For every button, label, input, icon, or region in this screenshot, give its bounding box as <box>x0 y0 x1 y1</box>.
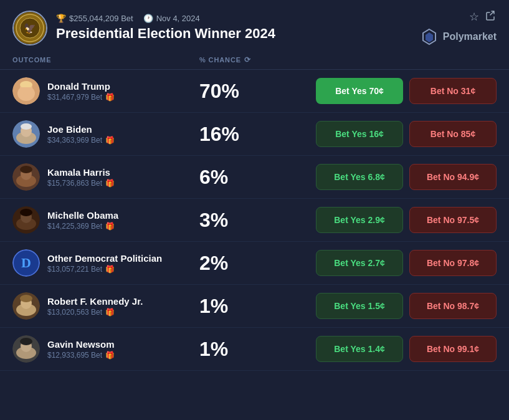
svg-point-21 <box>20 209 32 216</box>
table-row: Robert F. Kennedy Jr. $13,020,563 Bet 🎁 … <box>0 285 509 328</box>
bet-actions-biden: Bet Yes 16¢ Bet No 85¢ <box>274 121 497 147</box>
header-meta: 🏆 $255,044,209 Bet 🕐 Nov 4, 2024 <box>56 14 412 23</box>
bet-actions-kennedy: Bet Yes 1.5¢ Bet No 98.7¢ <box>274 293 497 319</box>
outcome-text-newsom: Gavin Newsom $12,933,695 Bet 🎁 <box>47 339 115 360</box>
action-icons-group: ☆ <box>469 10 497 24</box>
candidate-bet-other_dem: $13,057,221 Bet 🎁 <box>47 265 162 274</box>
market-date: Nov 4, 2024 <box>156 14 200 23</box>
table-row: Michelle Obama $14,225,369 Bet 🎁 3% Bet … <box>0 199 509 242</box>
avatar-trump <box>12 77 40 105</box>
outcome-info-newsom: Gavin Newsom $12,933,695 Bet 🎁 <box>12 335 199 363</box>
trophy-meta: 🏆 $255,044,209 Bet <box>56 14 133 23</box>
gift-icon-trump: 🎁 <box>105 93 115 102</box>
avatar-other_dem: D <box>12 249 40 277</box>
chance-column-header: % CHANCE ⟳ <box>199 55 274 64</box>
outcomes-list: Donald Trump $31,467,979 Bet 🎁 70% Bet Y… <box>0 70 509 371</box>
bet-no-button-trump[interactable]: Bet No 31¢ <box>409 78 497 104</box>
page-header: 🦅 🏆 $255,044,209 Bet 🕐 Nov 4, 2024 Presi… <box>0 0 509 50</box>
share-icon[interactable] <box>485 10 497 24</box>
bet-actions-trump: Bet Yes 70¢ Bet No 31¢ <box>274 78 497 104</box>
gift-icon-other_dem: 🎁 <box>105 265 115 274</box>
outcome-text-trump: Donald Trump $31,467,979 Bet 🎁 <box>47 81 115 102</box>
candidate-bet-newsom: $12,933,695 Bet 🎁 <box>47 351 115 360</box>
outcome-info-trump: Donald Trump $31,467,979 Bet 🎁 <box>12 77 199 105</box>
chance-harris: 6% <box>199 166 274 189</box>
bet-total: $255,044,209 Bet <box>69 14 133 23</box>
bet-yes-button-trump[interactable]: Bet Yes 70¢ <box>316 78 403 104</box>
bet-actions-harris: Bet Yes 6.8¢ Bet No 94.9¢ <box>274 164 497 190</box>
outcome-info-harris: Kamala Harris $15,736,863 Bet 🎁 <box>12 163 199 191</box>
table-row: D Other Democrat Politician $13,057,221 … <box>0 242 509 285</box>
avatar-kennedy <box>12 292 40 320</box>
bet-actions-newsom: Bet Yes 1.4¢ Bet No 99.1¢ <box>274 336 497 362</box>
gift-icon-newsom: 🎁 <box>105 351 115 360</box>
svg-point-29 <box>20 338 32 345</box>
outcome-text-harris: Kamala Harris $15,736,863 Bet 🎁 <box>47 167 115 188</box>
svg-point-13 <box>21 123 32 130</box>
market-logo: 🦅 <box>12 11 47 45</box>
gift-icon-obama: 🎁 <box>105 222 115 231</box>
avatar-newsom <box>12 335 40 363</box>
avatar-biden <box>12 120 40 148</box>
outcome-info-obama: Michelle Obama $14,225,369 Bet 🎁 <box>12 206 199 234</box>
outcome-info-other_dem: D Other Democrat Politician $13,057,221 … <box>12 249 199 277</box>
candidate-name-other_dem: Other Democrat Politician <box>47 253 162 264</box>
gift-icon-biden: 🎁 <box>105 136 115 145</box>
star-icon[interactable]: ☆ <box>469 10 479 24</box>
date-meta: 🕐 Nov 4, 2024 <box>143 14 200 23</box>
bet-actions-obama: Bet Yes 2.9¢ Bet No 97.5¢ <box>274 207 497 233</box>
bet-yes-button-obama[interactable]: Bet Yes 2.9¢ <box>316 207 403 233</box>
chance-biden: 16% <box>199 123 274 146</box>
bet-no-button-biden[interactable]: Bet No 85¢ <box>409 121 497 147</box>
bet-actions-other_dem: Bet Yes 2.7¢ Bet No 97.8¢ <box>274 250 497 276</box>
bet-yes-button-biden[interactable]: Bet Yes 16¢ <box>316 121 403 147</box>
table-row: Kamala Harris $15,736,863 Bet 🎁 6% Bet Y… <box>0 156 509 199</box>
candidate-name-harris: Kamala Harris <box>47 167 115 178</box>
candidate-name-biden: Joe Biden <box>47 124 115 135</box>
bet-yes-button-kennedy[interactable]: Bet Yes 1.5¢ <box>316 293 403 319</box>
outcome-info-kennedy: Robert F. Kennedy Jr. $13,020,563 Bet 🎁 <box>12 292 199 320</box>
outcome-text-obama: Michelle Obama $14,225,369 Bet 🎁 <box>47 210 118 231</box>
chance-other_dem: 2% <box>199 252 274 275</box>
candidate-bet-harris: $15,736,863 Bet 🎁 <box>47 179 115 188</box>
chance-obama: 3% <box>199 209 274 232</box>
bet-no-button-obama[interactable]: Bet No 97.5¢ <box>409 207 497 233</box>
gift-icon-kennedy: 🎁 <box>105 308 115 317</box>
svg-text:🦅: 🦅 <box>24 22 36 34</box>
trophy-icon: 🏆 <box>56 14 66 23</box>
svg-point-25 <box>20 295 32 302</box>
candidate-bet-obama: $14,225,369 Bet 🎁 <box>47 222 118 231</box>
bet-no-button-harris[interactable]: Bet No 94.9¢ <box>409 164 497 190</box>
bet-yes-button-other_dem[interactable]: Bet Yes 2.7¢ <box>316 250 403 276</box>
header-actions: ☆ Polymarket <box>421 10 497 45</box>
column-headers: OUTCOME % CHANCE ⟳ <box>0 50 509 70</box>
outcome-text-kennedy: Robert F. Kennedy Jr. $13,020,563 Bet 🎁 <box>47 296 143 317</box>
bet-no-button-kennedy[interactable]: Bet No 98.7¢ <box>409 293 497 319</box>
bet-yes-button-harris[interactable]: Bet Yes 6.8¢ <box>316 164 403 190</box>
table-row: Gavin Newsom $12,933,695 Bet 🎁 1% Bet Ye… <box>0 328 509 371</box>
svg-rect-9 <box>20 87 32 93</box>
avatar-harris <box>12 163 40 191</box>
seal-icon: 🦅 <box>14 12 46 44</box>
table-row: Joe Biden $34,363,969 Bet 🎁 16% Bet Yes … <box>0 113 509 156</box>
polymarket-label: Polymarket <box>443 31 497 42</box>
gift-icon-harris: 🎁 <box>105 179 115 188</box>
polymarket-logo-icon <box>421 28 438 45</box>
svg-point-17 <box>20 166 32 173</box>
chance-newsom: 1% <box>199 338 274 361</box>
svg-marker-4 <box>426 32 433 42</box>
outcome-column-header: OUTCOME <box>12 56 199 64</box>
chance-kennedy: 1% <box>199 295 274 318</box>
refresh-icon[interactable]: ⟳ <box>244 55 251 64</box>
bet-no-button-newsom[interactable]: Bet No 99.1¢ <box>409 336 497 362</box>
polymarket-brand: Polymarket <box>421 28 497 45</box>
outcome-text-other_dem: Other Democrat Politician $13,057,221 Be… <box>47 253 162 274</box>
avatar-obama <box>12 206 40 234</box>
candidate-bet-biden: $34,363,969 Bet 🎁 <box>47 136 115 145</box>
candidate-name-newsom: Gavin Newsom <box>47 339 115 350</box>
table-row: Donald Trump $31,467,979 Bet 🎁 70% Bet Y… <box>0 70 509 113</box>
candidate-name-trump: Donald Trump <box>47 81 115 92</box>
bet-no-button-other_dem[interactable]: Bet No 97.8¢ <box>409 250 497 276</box>
bet-yes-button-newsom[interactable]: Bet Yes 1.4¢ <box>316 336 403 362</box>
header-info: 🏆 $255,044,209 Bet 🕐 Nov 4, 2024 Preside… <box>56 14 412 42</box>
